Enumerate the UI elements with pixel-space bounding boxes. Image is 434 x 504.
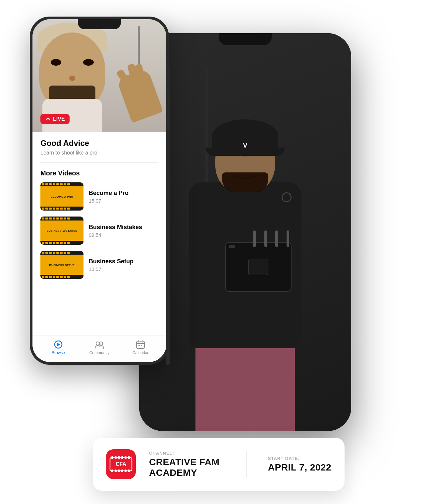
live-text: LIVE	[53, 116, 65, 122]
filmstrip-2: BUSINESS MISTAKES	[40, 217, 83, 245]
filmstrip-hole	[53, 242, 55, 244]
filmstrip-hole	[67, 218, 70, 220]
nav-item-community[interactable]: Community	[79, 340, 120, 355]
nav-label-calendar: Calendar	[133, 350, 149, 355]
filmstrip-hole	[49, 252, 52, 254]
video-info-3: Business Setup 10:57	[89, 258, 134, 272]
svg-point-3	[96, 342, 99, 345]
cfa-date-area: START DATE: APRIL 7, 2022	[257, 456, 331, 473]
more-videos-heading: More Videos	[40, 169, 158, 177]
filmstrip-hole	[42, 218, 44, 220]
filmstrip-hole	[42, 242, 44, 244]
filmstrip-3: BUSINESS SETUP	[40, 251, 83, 279]
filmstrip-hole	[49, 218, 52, 220]
bottom-nav: Browse Community	[32, 336, 166, 362]
filmstrip-hole	[53, 218, 55, 220]
channel-name: CREATIVE FAM ACADEMY	[149, 457, 236, 478]
filmstrip-top-3	[40, 251, 83, 255]
person-camera	[225, 242, 292, 292]
filmstrip-hole	[53, 276, 55, 278]
svg-rect-22	[125, 470, 127, 472]
filmstrip-hole	[64, 252, 66, 254]
calendar-icon	[136, 340, 145, 349]
filmstrip-hole	[42, 208, 44, 210]
photographer-image: V	[139, 33, 351, 431]
video-thumb-1[interactable]: BECOME A PRO	[40, 182, 83, 211]
filmstrip-hole	[56, 252, 59, 254]
svg-rect-12	[111, 456, 113, 459]
video-thumb-3[interactable]: BUSINESS SETUP	[40, 251, 83, 279]
svg-rect-14	[118, 456, 120, 459]
phone-front: LIVE Good Advice Learn to shoot like a p…	[30, 17, 169, 365]
live-signal-icon	[45, 117, 51, 121]
filmstrip-bottom-2	[40, 241, 83, 245]
video-title-2: Business Mistakes	[89, 224, 142, 231]
front-phone-notch	[78, 19, 121, 29]
filmstrip-hole	[45, 252, 48, 254]
antenna-3	[275, 230, 278, 247]
svg-rect-13	[115, 456, 117, 459]
video-thumb-2[interactable]: BUSINESS MISTAKES	[40, 217, 83, 245]
filmstrip-hole	[67, 208, 70, 210]
svg-rect-10	[141, 345, 142, 346]
svg-rect-15	[121, 456, 123, 459]
filmstrip-top-2	[40, 217, 83, 220]
info-card-divider	[246, 451, 247, 477]
filmstrip-hole	[56, 242, 59, 244]
filmstrip-hole	[60, 208, 63, 210]
filmstrip-label-2: BUSINESS MISTAKES	[47, 229, 77, 232]
filmstrip-hole	[53, 183, 55, 185]
filmstrip-hole	[64, 218, 66, 220]
filmstrip-hole	[45, 183, 48, 185]
video-item-1[interactable]: BECOME A PRO	[40, 182, 158, 211]
content-divider	[40, 162, 158, 163]
filmstrip-hole	[56, 208, 59, 210]
filmstrip-hole	[64, 242, 66, 244]
phone-front-inner: LIVE Good Advice Learn to shoot like a p…	[32, 19, 166, 362]
nav-label-browse: Browse	[52, 350, 65, 355]
filmstrip-hole	[60, 242, 63, 244]
svg-rect-20	[118, 470, 120, 472]
screen-content: LIVE Good Advice Learn to shoot like a p…	[32, 19, 166, 362]
filmstrip-hole	[42, 252, 44, 254]
info-card: CFA CHANNEL: CREATIVE FAM ACADEMY START …	[93, 438, 345, 491]
filmstrip-hole	[49, 276, 52, 278]
date-label: START DATE:	[268, 456, 331, 461]
video-item-2[interactable]: BUSINESS MISTAKES	[40, 217, 158, 245]
filmstrip-hole	[64, 208, 66, 210]
channel-label: CHANNEL:	[149, 451, 236, 456]
cfa-app-icon: CFA	[106, 449, 136, 479]
filmstrip-bottom-1	[40, 207, 83, 211]
phone-back: V	[139, 33, 351, 431]
filmstrip-hole	[67, 252, 70, 254]
filmstrip-hole	[45, 276, 48, 278]
live-video-area[interactable]: LIVE	[32, 19, 166, 132]
video-title: Good Advice	[40, 139, 158, 148]
svg-rect-9	[138, 345, 140, 346]
svg-point-4	[99, 342, 103, 345]
filmstrip-hole	[64, 276, 66, 278]
video-title-1: Become a Pro	[89, 190, 129, 197]
nav-item-calendar[interactable]: Calendar	[120, 340, 161, 355]
svg-rect-17	[128, 456, 130, 459]
filmstrip-hole	[49, 208, 52, 210]
video-item-3[interactable]: BUSINESS SETUP	[40, 251, 158, 279]
filmstrip-label-3: BUSINESS SETUP	[49, 263, 75, 266]
svg-rect-21	[121, 470, 123, 472]
cfa-text-area: CHANNEL: CREATIVE FAM ACADEMY	[146, 451, 236, 478]
content-area: Good Advice Learn to shoot like a pro. M…	[32, 132, 166, 336]
svg-rect-5	[136, 341, 144, 348]
nav-item-browse[interactable]: Browse	[38, 340, 79, 355]
antenna-4	[287, 230, 289, 247]
filmstrip-hole	[49, 183, 52, 185]
svg-rect-18	[111, 470, 113, 472]
filmstrip-hole	[42, 276, 44, 278]
svg-rect-16	[125, 456, 127, 459]
filmstrip-1: BECOME A PRO	[40, 182, 83, 211]
filmstrip-bottom-3	[40, 275, 83, 279]
filmstrip-hole	[67, 242, 70, 244]
filmstrip-hole	[45, 218, 48, 220]
antenna-2	[264, 230, 267, 247]
filmstrip-hole	[67, 183, 70, 185]
filmstrip-hole	[60, 276, 63, 278]
